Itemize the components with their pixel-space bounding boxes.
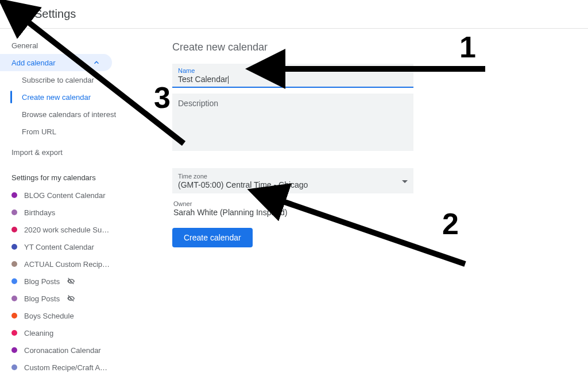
calendar-list-item[interactable]: 2020 work schedule Summer [0, 221, 149, 238]
calendar-name: BLOG Content Calendar [24, 191, 106, 200]
page-title: Settings [34, 7, 76, 21]
calendar-name: Blog Posts [24, 277, 60, 286]
calendar-name: Birthdays [24, 208, 55, 217]
visibility-off-icon [67, 277, 76, 286]
sidebar-item-subscribe[interactable]: Subscribe to calendar [0, 71, 149, 88]
calendar-color-dot [11, 227, 17, 232]
calendar-name: Coronacation Calendar [24, 346, 101, 355]
form-heading: Create new calendar [172, 41, 413, 53]
timezone-value: (GMT-05:00) Central Time - Chicago [178, 180, 308, 190]
description-field[interactable]: Description [172, 94, 413, 151]
create-calendar-form: Create new calendar Name Test Calendar D… [149, 29, 436, 392]
owner-value: Sarah White (Planning Inspired) [173, 208, 287, 217]
settings-sidebar: General Add calendar Subscribe to calend… [0, 29, 149, 392]
calendar-color-dot [11, 347, 17, 353]
sidebar-item-from-url[interactable]: From URL [0, 123, 149, 140]
calendar-color-dot [11, 330, 17, 336]
calendar-list-item[interactable]: Coronacation Calendar [0, 341, 149, 359]
calendar-color-dot [11, 313, 17, 319]
calendar-list-item[interactable]: ACTUAL Custom Recipes Due [0, 255, 149, 273]
calendar-name: Blog Posts [24, 294, 60, 303]
calendar-name: 2020 work schedule Summer [24, 226, 110, 234]
sidebar-section-my-calendars: Settings for my calendars [0, 161, 149, 187]
visibility-off-icon [67, 294, 76, 303]
calendar-list-item[interactable]: YT Content Calendar [0, 238, 149, 255]
owner-block: Owner Sarah White (Planning Inspired) [173, 200, 412, 218]
calendar-name: Custom Recipe/Craft Availa… [24, 363, 110, 372]
calendar-list: BLOG Content CalendarBirthdays2020 work … [0, 187, 149, 376]
sidebar-item-add-calendar[interactable]: Add calendar [0, 54, 112, 71]
sidebar-item-general[interactable]: General [0, 37, 149, 54]
calendar-name: Cleaning [24, 329, 53, 337]
chevron-up-icon [92, 59, 100, 67]
calendar-color-dot [11, 261, 17, 267]
calendar-name: ACTUAL Custom Recipes Due [24, 260, 110, 269]
calendar-color-dot [11, 278, 17, 284]
settings-topbar: Settings [0, 0, 588, 29]
sidebar-item-browse[interactable]: Browse calendars of interest [0, 106, 149, 123]
calendar-color-dot [11, 244, 17, 250]
sidebar-item-create-new-calendar[interactable]: Create new calendar [0, 88, 149, 106]
content-area: General Add calendar Subscribe to calend… [0, 29, 588, 392]
calendar-name: YT Content Calendar [24, 243, 94, 251]
calendar-list-item[interactable]: Birthdays [0, 204, 149, 221]
owner-label: Owner [173, 200, 412, 207]
timezone-label: Time zone [178, 173, 308, 180]
calendar-list-item[interactable]: Boys Schedule [0, 307, 149, 324]
description-label: Description [178, 99, 218, 108]
sidebar-item-import-export[interactable]: Import & export [0, 143, 149, 161]
name-label: Name [178, 67, 408, 74]
calendar-color-dot [11, 364, 17, 370]
calendar-list-item[interactable]: Blog Posts [0, 290, 149, 307]
calendar-list-item[interactable]: BLOG Content Calendar [0, 187, 149, 204]
calendar-list-item[interactable]: Cleaning [0, 324, 149, 341]
create-calendar-button[interactable]: Create calendar [172, 228, 253, 247]
calendar-name: Boys Schedule [24, 312, 74, 320]
calendar-color-dot [11, 209, 17, 215]
sidebar-item-label: Add calendar [11, 59, 56, 67]
back-button[interactable] [9, 7, 23, 21]
calendar-list-item[interactable]: Blog Posts [0, 273, 149, 290]
timezone-field[interactable]: Time zone (GMT-05:00) Central Time - Chi… [172, 168, 413, 193]
name-input-value: Test Calendar [178, 75, 229, 84]
arrow-left-icon [10, 9, 22, 20]
calendar-list-item[interactable]: Custom Recipe/Craft Availa… [0, 359, 149, 376]
chevron-down-icon [402, 180, 408, 183]
calendar-color-dot [11, 296, 17, 301]
name-field[interactable]: Name Test Calendar [172, 64, 413, 88]
calendar-color-dot [11, 192, 17, 198]
